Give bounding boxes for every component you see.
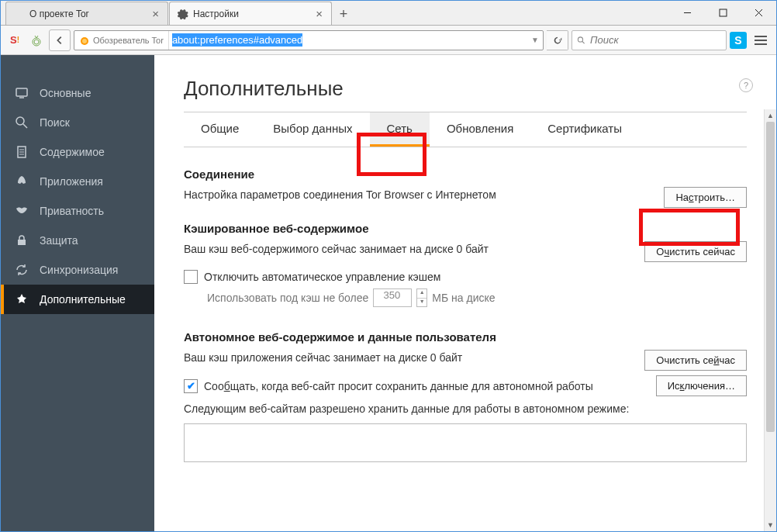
sidebar-label: Приватность (40, 205, 104, 217)
sidebar-item-content[interactable]: Содержимое (1, 137, 154, 167)
new-tab-button[interactable]: + (333, 3, 354, 25)
cache-clear-button[interactable]: Очистить сейчас (644, 241, 747, 262)
sidebar-label: Защита (40, 234, 78, 247)
tab-close-0[interactable]: × (150, 7, 161, 20)
search-input[interactable] (590, 34, 721, 46)
vertical-scrollbar[interactable]: ▲ ▼ (764, 109, 776, 531)
svg-rect-1 (720, 9, 727, 16)
monitor-icon (15, 86, 29, 100)
identity-box[interactable]: Обозреватель Tor (74, 31, 169, 50)
cache-limit-unit: МБ на диске (432, 292, 495, 304)
sidebar-item-applications[interactable]: Приложения (1, 167, 154, 196)
svg-point-7 (82, 39, 87, 43)
tab-label-0: О проекте Tor (29, 9, 150, 19)
sidebar-label: Поиск (40, 116, 70, 129)
skype-icon[interactable]: S (730, 32, 747, 49)
svg-line-13 (23, 124, 27, 128)
window-minimize-button[interactable] (669, 1, 705, 24)
sidebar-item-privacy[interactable]: Приватность (1, 196, 154, 226)
search-icon (577, 35, 585, 46)
browser-tab-0[interactable]: О проекте Tor × (5, 2, 168, 25)
reload-button[interactable] (547, 30, 568, 50)
tab-label-1: Настройки (193, 9, 313, 19)
rocket-icon (15, 174, 29, 188)
addon-s-icon[interactable]: S! (5, 31, 24, 50)
disable-cache-label: Отключить автоматическое управление кэше… (204, 271, 440, 283)
gear-icon (176, 8, 188, 20)
cache-limit-label: Использовать под кэш не более (207, 292, 368, 304)
connection-desc: Настройка параметров соединения Tor Brow… (184, 187, 664, 203)
mask-icon (15, 204, 29, 218)
sidebar-item-advanced[interactable]: Дополнительные (1, 285, 154, 314)
connection-settings-button[interactable]: Настроить… (664, 187, 747, 208)
offline-heading: Автономное веб-содержимое и данные польз… (184, 330, 747, 344)
identity-label: Обозреватель Tor (93, 36, 164, 45)
connection-heading: Соединение (184, 168, 747, 181)
tab-favicon-0 (12, 8, 25, 20)
help-icon[interactable]: ? (739, 78, 753, 92)
preferences-sidebar: Основные Поиск Содержимое Приложения При… (1, 55, 154, 531)
svg-point-8 (578, 36, 582, 41)
search-bar[interactable] (572, 30, 727, 50)
toolbar: S! Обозреватель Tor about:preferences#ad… (1, 26, 776, 55)
url-dropdown-icon[interactable]: ▼ (527, 36, 543, 44)
scroll-thumb[interactable] (766, 122, 775, 432)
subtab-general[interactable]: Общие (184, 112, 256, 147)
menu-button[interactable] (750, 30, 772, 50)
browser-tab-1[interactable]: Настройки × (169, 2, 332, 25)
sidebar-label: Дополнительные (40, 293, 126, 306)
sidebar-label: Приложения (40, 175, 103, 188)
cache-heading: Кэшированное веб-содержимое (184, 222, 747, 235)
onion-toolbar-icon[interactable] (27, 31, 46, 50)
svg-line-9 (582, 41, 585, 43)
cache-status: Ваш кэш веб-содержимого сейчас занимает … (184, 241, 644, 257)
window-maximize-button[interactable] (705, 1, 741, 24)
document-icon (15, 145, 29, 159)
cache-limit-spinner[interactable]: ▲▼ (416, 288, 427, 307)
tab-close-1[interactable]: × (313, 7, 325, 20)
back-button[interactable] (49, 29, 71, 51)
offline-sites-list[interactable] (184, 423, 747, 462)
tab-strip: О проекте Tor × Настройки × + (1, 1, 776, 26)
subtab-updates[interactable]: Обновления (430, 112, 530, 147)
offline-allowed-label: Следующим веб-сайтам разрешено хранить д… (184, 401, 747, 417)
offline-notify-label: Сообщать, когда веб-сайт просит сохранит… (204, 380, 593, 392)
subtab-data[interactable]: Выбор данных (256, 112, 369, 147)
offline-exceptions-button[interactable]: Исключения… (656, 375, 747, 396)
sidebar-item-sync[interactable]: Синхронизация (1, 255, 154, 285)
sidebar-item-general[interactable]: Основные (1, 78, 154, 108)
scroll-down-arrow[interactable]: ▼ (765, 519, 776, 531)
sidebar-label: Основные (40, 87, 91, 99)
sidebar-label: Содержимое (40, 146, 105, 158)
lock-icon (15, 233, 29, 247)
magnifier-icon (15, 116, 29, 130)
svg-rect-10 (16, 88, 27, 96)
subtab-bar: Общие Выбор данных Сеть Обновления Серти… (184, 112, 747, 147)
subtab-network[interactable]: Сеть (370, 112, 430, 147)
offline-clear-button[interactable]: Очистить сейчас (644, 350, 747, 371)
cache-limit-input[interactable]: 350 (373, 288, 412, 307)
subtab-certificates[interactable]: Сертификаты (530, 112, 639, 147)
offline-notify-checkbox[interactable] (184, 379, 198, 393)
sidebar-item-search[interactable]: Поиск (1, 108, 154, 137)
sidebar-item-security[interactable]: Защита (1, 226, 154, 255)
tor-onion-icon (79, 35, 90, 46)
content-pane: ? Дополнительные Общие Выбор данных Сеть… (154, 55, 776, 470)
disable-cache-checkbox[interactable] (184, 270, 198, 284)
svg-point-5 (34, 40, 39, 44)
sidebar-label: Синхронизация (40, 264, 118, 276)
url-bar[interactable]: Обозреватель Tor about:preferences#advan… (74, 30, 544, 50)
scroll-up-arrow[interactable]: ▲ (765, 109, 776, 122)
svg-point-12 (16, 117, 24, 125)
url-text[interactable]: about:preferences#advanced (169, 33, 527, 47)
offline-status: Ваш кэш приложения сейчас занимает на ди… (184, 350, 644, 366)
page-title: Дополнительные (184, 77, 747, 101)
svg-rect-18 (18, 240, 26, 245)
advanced-icon (15, 292, 29, 306)
sync-icon (15, 263, 29, 277)
window-close-button[interactable] (741, 1, 776, 24)
